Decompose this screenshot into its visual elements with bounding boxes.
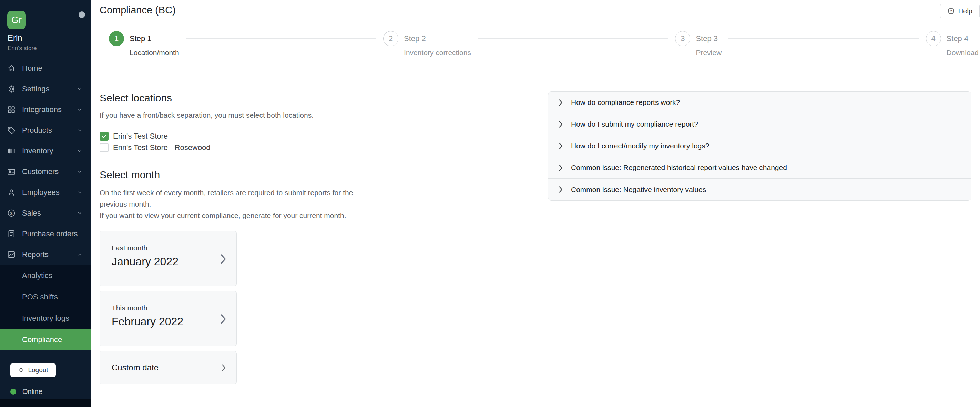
submenu-item-pos-shifts[interactable]: POS shifts bbox=[0, 286, 91, 308]
page-title: Compliance (BC) bbox=[100, 5, 176, 16]
help-icon: ? bbox=[947, 7, 955, 15]
select-locations-description: If you have a front/back separation, you… bbox=[100, 109, 361, 121]
faq-question: How do I correct/modify my inventory log… bbox=[571, 142, 709, 150]
faq-item-negative-inventory[interactable]: Common issue: Negative inventory values bbox=[548, 179, 971, 200]
id-card-icon bbox=[7, 167, 16, 176]
submenu-item-inventory-logs[interactable]: Inventory logs bbox=[0, 308, 91, 329]
svg-text:?: ? bbox=[950, 9, 952, 13]
person-icon bbox=[7, 188, 16, 197]
sidebar-item-label: Sales bbox=[22, 209, 77, 218]
sidebar-item-sales[interactable]: $ Sales bbox=[0, 203, 91, 223]
chevron-down-icon bbox=[77, 169, 82, 174]
home-icon bbox=[7, 64, 16, 73]
select-month-heading: Select month bbox=[100, 153, 361, 181]
location-option-erins-test-store[interactable]: Erin's Test Store bbox=[100, 130, 361, 142]
step-1: 1 Step 1 Location/month bbox=[109, 31, 179, 57]
chevron-down-icon bbox=[77, 86, 82, 92]
custom-date-card-label: Custom date bbox=[111, 363, 159, 372]
select-month-description-line1: On the first week of every month, retail… bbox=[100, 187, 361, 210]
document-icon bbox=[7, 229, 16, 238]
sidebar-item-label: Integrations bbox=[22, 105, 77, 114]
app-logo-text: Gr bbox=[11, 15, 22, 26]
faq-question: Common issue: Regenerated historical rep… bbox=[571, 163, 787, 172]
select-locations-heading: Select locations bbox=[100, 79, 361, 104]
month-cards: Last month January 2022 This month Febru… bbox=[100, 231, 237, 384]
step-3-sublabel: Preview bbox=[696, 49, 722, 57]
step-1-label: Step 1 bbox=[130, 34, 179, 43]
chevron-down-icon bbox=[77, 128, 82, 133]
sidebar-item-purchase-orders[interactable]: Purchase orders bbox=[0, 223, 91, 244]
step-connector bbox=[729, 38, 919, 39]
sidebar-item-label: Employees bbox=[22, 188, 77, 197]
submenu-item-compliance[interactable]: Compliance bbox=[0, 329, 91, 350]
help-button[interactable]: ? Help bbox=[940, 4, 980, 18]
step-3-circle: 3 bbox=[675, 31, 690, 46]
logout-button[interactable]: Logout bbox=[10, 363, 56, 377]
svg-text:$: $ bbox=[10, 211, 13, 216]
submenu-item-label: Compliance bbox=[22, 335, 62, 344]
sidebar: Gr Erin Erin's store Home Settings Integ… bbox=[0, 0, 91, 407]
content: Select locations If you have a front/bac… bbox=[91, 79, 980, 384]
step-4-label: Step 4 bbox=[947, 34, 978, 43]
step-2-label: Step 2 bbox=[404, 34, 471, 43]
sidebar-item-customers[interactable]: Customers bbox=[0, 161, 91, 182]
step-2-sublabel: Inventory corrections bbox=[404, 49, 471, 57]
submenu-item-label: Inventory logs bbox=[22, 314, 69, 323]
sidebar-item-integrations[interactable]: Integrations bbox=[0, 99, 91, 120]
checkbox-unchecked[interactable] bbox=[100, 143, 108, 152]
sidebar-item-label: Home bbox=[22, 64, 82, 73]
step-2: 2 Step 2 Inventory corrections bbox=[383, 31, 471, 57]
location-option-label: Erin's Test Store bbox=[113, 132, 168, 141]
sidebar-item-label: Reports bbox=[22, 250, 77, 259]
last-month-card[interactable]: Last month January 2022 bbox=[100, 231, 237, 286]
submenu-item-analytics[interactable]: Analytics bbox=[0, 265, 91, 286]
step-3: 3 Step 3 Preview bbox=[675, 31, 722, 57]
sidebar-nav: Home Settings Integrations Products bbox=[0, 58, 91, 265]
reports-submenu: Analytics POS shifts Inventory logs Comp… bbox=[0, 265, 91, 350]
faq-item-correct-inventory-logs[interactable]: How do I correct/modify my inventory log… bbox=[548, 135, 971, 157]
logout-icon bbox=[18, 367, 25, 373]
chevron-right-icon bbox=[222, 364, 226, 371]
chevron-right-icon bbox=[559, 99, 563, 106]
sidebar-bottom-strip bbox=[0, 399, 91, 407]
sidebar-item-products[interactable]: Products bbox=[0, 120, 91, 141]
sidebar-item-settings[interactable]: Settings bbox=[0, 79, 91, 99]
custom-date-card[interactable]: Custom date bbox=[100, 351, 237, 384]
left-column: Select locations If you have a front/bac… bbox=[100, 79, 361, 384]
checkbox-checked[interactable] bbox=[100, 132, 108, 141]
main-area: Compliance (BC) ? Help 1 Step 1 Location… bbox=[91, 0, 980, 407]
this-month-card[interactable]: This month February 2022 bbox=[100, 291, 237, 346]
gear-icon bbox=[7, 85, 16, 94]
sidebar-item-label: Products bbox=[22, 126, 77, 135]
step-2-circle: 2 bbox=[383, 31, 398, 46]
store-name: Erin's store bbox=[8, 45, 37, 52]
sidebar-item-label: Settings bbox=[22, 85, 77, 94]
sidebar-item-home[interactable]: Home bbox=[0, 58, 91, 79]
location-checkbox-group: Erin's Test Store Erin's Test Store - Ro… bbox=[100, 130, 361, 153]
location-option-erins-test-store-rosewood[interactable]: Erin's Test Store - Rosewood bbox=[100, 142, 361, 153]
faq-question: How do compliance reports work? bbox=[571, 98, 680, 107]
sidebar-item-label: Purchase orders bbox=[22, 229, 82, 238]
sidebar-item-label: Customers bbox=[22, 167, 77, 176]
sidebar-item-employees[interactable]: Employees bbox=[0, 182, 91, 203]
chevron-right-icon bbox=[221, 314, 226, 324]
user-name: Erin bbox=[8, 33, 22, 43]
faq-item-how-reports-work[interactable]: How do compliance reports work? bbox=[548, 92, 971, 113]
step-connector bbox=[478, 38, 668, 39]
grid-icon bbox=[7, 105, 16, 114]
chevron-right-icon bbox=[559, 164, 563, 171]
tag-icon bbox=[7, 126, 16, 135]
last-month-card-title: January 2022 bbox=[111, 255, 225, 268]
step-4: 4 Step 4 Download bbox=[926, 31, 978, 57]
select-month-description-line2: If you want to view your current complia… bbox=[100, 210, 361, 221]
chevron-right-icon bbox=[221, 254, 226, 264]
faq-item-how-submit-report[interactable]: How do I submit my compliance report? bbox=[548, 113, 971, 135]
sidebar-collapse-toggle[interactable] bbox=[79, 11, 85, 18]
chevron-down-icon bbox=[77, 211, 82, 216]
sidebar-item-reports[interactable]: Reports bbox=[0, 244, 91, 265]
sidebar-item-inventory[interactable]: Inventory bbox=[0, 141, 91, 161]
chevron-down-icon bbox=[77, 107, 82, 112]
faq-item-regenerated-values[interactable]: Common issue: Regenerated historical rep… bbox=[548, 157, 971, 179]
faq-panel: How do compliance reports work? How do I… bbox=[548, 91, 971, 201]
faq-question: How do I submit my compliance report? bbox=[571, 120, 698, 128]
